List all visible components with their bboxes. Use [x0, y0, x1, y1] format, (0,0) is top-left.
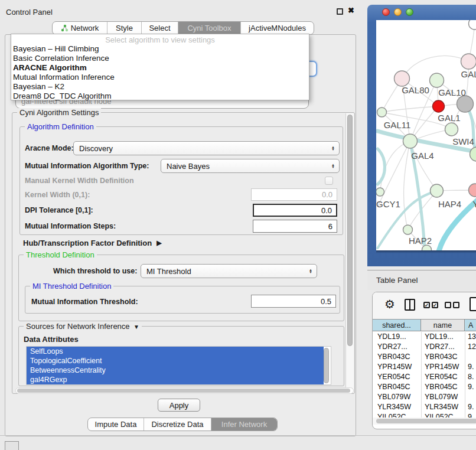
node [377, 107, 387, 117]
cell-value: 13 [468, 332, 476, 341]
mi-type-label: Mutual Information Algorithm Type: [25, 159, 149, 173]
tab-infer-network[interactable]: Infer Network [211, 418, 277, 431]
network-icon [61, 24, 69, 32]
table-row[interactable]: YBL079W YBL079W [373, 393, 476, 403]
menu-item-mutual-information[interactable]: Mutual Information Inference [13, 72, 309, 81]
table-row[interactable]: YBR043C YBR043C [373, 353, 476, 363]
mi-threshold-group: MI Threshold Definition Mutual Informati… [25, 286, 340, 314]
control-panel-window: Control Panel ✖ Network Style Select Cyn… [1, 5, 360, 435]
algorithm-dropdown: Select algorithm to view settings Bayesi… [11, 34, 309, 100]
tab-impute-data[interactable]: Impute Data [88, 418, 144, 431]
tab-network[interactable]: Network [53, 22, 107, 34]
table-panel-title: Table Panel [376, 276, 418, 285]
collapse-down-icon: ▼ [132, 324, 139, 330]
apply-button[interactable]: Apply [158, 399, 200, 412]
menu-item-bayesian-k2[interactable]: Bayesian – K2 [13, 81, 309, 91]
kernel-width-value: 0.0 [322, 190, 332, 199]
mi-steps-value: 6 [328, 222, 332, 231]
settings-hscrollbar[interactable] [15, 387, 354, 394]
mi-type-combo[interactable]: Naive Bayes ▲▼ [161, 159, 340, 173]
column-header-partial[interactable]: A [465, 319, 476, 331]
table-row[interactable]: YDL19... YDL19... 13 [373, 332, 476, 343]
node [395, 71, 410, 86]
cell-shared-name: YIL052C [377, 413, 406, 418]
cell-name: YPR145W [425, 363, 459, 371]
mi-threshold-group-title: MI Threshold Definition [30, 282, 113, 291]
node-label: GCY1 [376, 199, 400, 209]
node-label: Y [472, 199, 476, 209]
settings-scrollbar[interactable] [345, 113, 354, 393]
list-item[interactable]: BetweennessCentrality [27, 366, 324, 375]
menu-item-bayesian-hill-climbing[interactable]: Bayesian – Hill Climbing [13, 44, 309, 53]
aracne-mode-value: Discovery [79, 144, 113, 153]
menu-item-dream8[interactable]: Dream8 DC_TDC Algorithm [13, 91, 309, 100]
cell-name: YER054C [425, 373, 458, 381]
which-threshold-label: Which threshold to use: [53, 264, 137, 278]
window-minimize-button[interactable] [394, 8, 402, 16]
table-row[interactable]: YPR145W YPR145W 9. [373, 363, 476, 373]
column-header-shared-name[interactable]: shared... [373, 319, 421, 331]
list-item[interactable]: TopologicalCoefficient [27, 356, 324, 366]
aracne-mode-label: Aracne Mode: [25, 141, 74, 155]
table-hscrollbar[interactable] [373, 418, 476, 425]
tab-jactivemnodules-label: jActiveMNodules [249, 24, 306, 32]
float-panel-icon[interactable] [337, 8, 343, 15]
aracne-mode-combo[interactable]: Discovery ▲▼ [73, 141, 340, 155]
cell-name: YBR045C [425, 383, 458, 391]
menu-item-basic-correlation[interactable]: Basic Correlation Inference [13, 53, 309, 63]
tab-cyni-toolbox[interactable]: Cyni Toolbox [178, 22, 240, 34]
table-row[interactable]: YBR045C YBR045C 9. [373, 383, 476, 393]
table-row[interactable]: YLR345W YLR345W 9. [373, 403, 476, 413]
table-row[interactable]: YDR27... YDR27... 12 [373, 343, 476, 353]
table-toolbar: ⚙ ✓✓ [373, 292, 476, 318]
which-threshold-combo[interactable]: MI Threshold ▲▼ [141, 264, 317, 278]
table-row[interactable]: YER054C YER054C 8. [373, 373, 476, 383]
mi-threshold-field[interactable]: 0.5 [251, 295, 336, 308]
list-scrollbar-thumb[interactable] [324, 348, 329, 383]
table-row[interactable]: YIL052C YIL052C 9 [373, 413, 476, 418]
manual-kernel-checkbox[interactable] [325, 177, 333, 185]
hide-columns-icon[interactable] [445, 302, 459, 308]
network-canvas[interactable]: GAL80 GAL10 GAL11 GAL1 GAL4 SWI4 GCY1 HA… [376, 20, 476, 250]
sources-title[interactable]: Sources for Network Inference ▼ [24, 322, 142, 331]
settings-hscrollbar-thumb[interactable] [17, 389, 350, 393]
cell-shared-name: YPR145W [377, 363, 412, 371]
cyni-settings-group: Cyni Algorithm Settings Algorithm Defini… [12, 112, 355, 394]
column-header-name[interactable]: name [421, 319, 465, 331]
cell-value: 9. [468, 363, 474, 371]
data-attributes-list[interactable]: SelfLoops TopologicalCoefficient Between… [26, 346, 331, 385]
hub-definition-toggle[interactable]: Hub/Transcription Factor Definition ▶ [23, 238, 162, 247]
gear-icon[interactable]: ⚙ [384, 297, 395, 311]
apply-button-label: Apply [169, 401, 189, 410]
table-hscrollbar-thumb[interactable] [376, 419, 476, 423]
dpi-tolerance-field[interactable]: 0.0 [253, 204, 337, 217]
cell-shared-name: YDR27... [377, 343, 407, 351]
cell-value: 9 [468, 413, 472, 418]
bottom-divider [0, 435, 476, 436]
node [457, 96, 474, 112]
window-close-button[interactable] [382, 8, 390, 16]
mi-threshold-value: 0.5 [321, 297, 331, 306]
menu-item-aracne[interactable]: ARACNE Algorithm [13, 63, 309, 72]
tab-discretize-data[interactable]: Discretize Data [144, 418, 211, 431]
network-graph: GAL80 GAL10 GAL11 GAL1 GAL4 SWI4 GCY1 HA… [376, 20, 476, 250]
tab-style[interactable]: Style [107, 22, 141, 34]
show-columns-icon[interactable]: ✓✓ [423, 302, 438, 308]
mi-steps-field[interactable]: 6 [253, 220, 337, 233]
combo-stepper-icon: ▲▼ [309, 269, 317, 274]
window-zoom-button[interactable] [406, 8, 413, 16]
list-item[interactable]: gal4RGexp [27, 375, 324, 384]
threshold-definition-group: Threshold Definition Which threshold to … [18, 255, 344, 321]
split-columns-icon[interactable] [405, 299, 415, 311]
document-icon[interactable] [470, 297, 476, 311]
combo-stepper-icon: ▲▼ [331, 164, 339, 169]
settings-scrollbar-thumb[interactable] [347, 115, 353, 346]
bottom-partial-button[interactable] [5, 441, 19, 450]
tab-jactivemnodules[interactable]: jActiveMNodules [240, 22, 314, 34]
close-panel-icon[interactable]: ✖ [348, 6, 354, 15]
tab-style-label: Style [116, 24, 133, 32]
list-item[interactable]: SelfLoops [27, 347, 324, 356]
tab-select[interactable]: Select [141, 22, 178, 34]
algorithm-definition-group: Algorithm Definition Aracne Mode: Discov… [19, 126, 343, 235]
cell-name: YLR345W [425, 403, 458, 411]
